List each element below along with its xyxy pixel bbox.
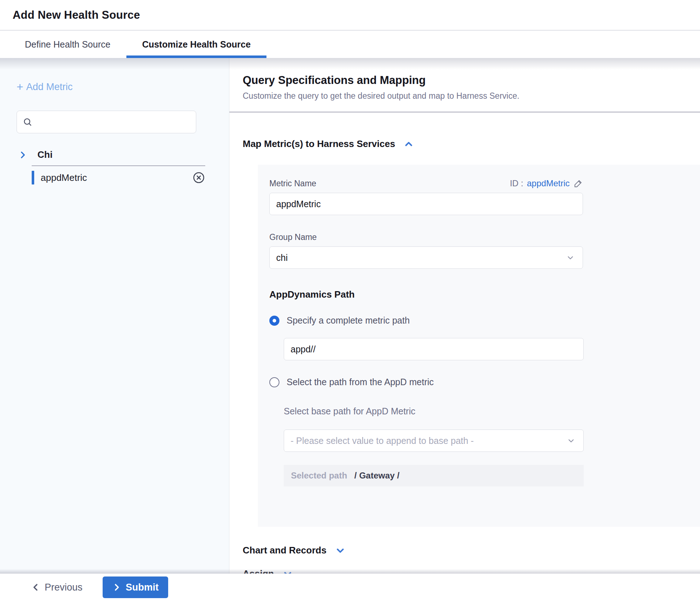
radio-selected-icon [269,316,279,326]
selected-path-label: Selected path [291,471,347,481]
dialog-body: + Add Metric Chi [0,58,700,574]
metric-id-group: ID : appdMetric [510,178,583,188]
add-health-source-dialog: Add New Health Source Define Health Sour… [0,0,700,601]
tab-customize-health-source[interactable]: Customize Health Source [126,31,266,58]
id-prefix-label: ID : [510,178,523,188]
chevron-right-icon [112,583,121,592]
sidebar-group-chi[interactable]: Chi [0,149,229,160]
group-label: Chi [37,149,53,160]
radio-select-path-from-appd[interactable]: Select the path from the AppD metric [269,377,700,387]
selected-path-display: Selected path / Gateway / [284,465,584,486]
selected-path-value: / Gateway / [354,471,399,481]
circle-x-icon [192,171,205,184]
chevron-down-icon [566,253,575,262]
group-name-label: Group Name [269,232,700,242]
group-name-value: chi [276,253,288,263]
chart-and-records-section-header[interactable]: Chart and Records [243,545,700,556]
dialog-footer: Previous Submit [0,574,700,601]
page-title: Add New Health Source [13,9,140,22]
add-metric-button[interactable]: + Add Metric [17,81,73,93]
radio-complete-path-label: Specify a complete metric path [287,315,410,326]
delete-metric-button[interactable] [192,171,205,184]
metric-name-label: Metric Name [269,179,316,188]
chevron-right-icon [18,150,27,160]
dialog-header: Add New Health Source [0,0,700,31]
map-metrics-form: Metric Name ID : appdMetric Group Nam [258,165,700,527]
edit-id-button[interactable] [573,179,583,188]
divider [229,112,700,112]
previous-button[interactable]: Previous [31,582,82,593]
metric-name-input[interactable] [269,193,583,215]
group-name-select[interactable]: chi [269,246,583,269]
plus-icon: + [17,81,23,93]
base-path-label: Select base path for AppD Metric [284,406,700,417]
chevron-down-icon [283,569,293,574]
chevron-left-icon [31,583,40,592]
chevron-up-icon [404,139,414,149]
chevron-down-icon [567,436,575,445]
radio-complete-metric-path[interactable]: Specify a complete metric path [269,315,700,326]
radio-select-path-label: Select the path from the AppD metric [287,377,434,387]
chevron-down-icon [335,546,345,556]
tab-define-health-source[interactable]: Define Health Source [9,31,126,58]
add-metric-label: Add Metric [26,81,73,93]
assign-section-header[interactable]: Assign [243,568,700,574]
metric-path-input[interactable] [284,338,584,360]
radio-unselected-icon [269,377,279,387]
assign-title: Assign [243,568,274,574]
sidebar-metric-appdmetric[interactable]: appdMetric [32,166,205,189]
map-metrics-section-header[interactable]: Map Metric(s) to Harness Services [243,138,700,150]
metric-search-input[interactable] [37,111,196,133]
metric-name-row: Metric Name ID : appdMetric [269,178,583,188]
appdynamics-path-heading: AppDynamics Path [269,289,700,300]
map-metrics-section-title: Map Metric(s) to Harness Services [243,138,395,150]
query-specifications-panel: Query Specifications and Mapping Customi… [229,58,700,574]
section-subtitle: Customize the query to get the desired o… [243,91,700,101]
section-main-title: Query Specifications and Mapping [243,74,700,87]
metrics-sidebar: + Add Metric Chi [0,58,229,574]
base-path-placeholder: - Please select value to append to base … [291,436,474,446]
pencil-icon [573,179,583,188]
submit-label: Submit [126,582,159,593]
previous-label: Previous [45,582,82,593]
chart-and-records-title: Chart and Records [243,545,327,556]
metric-label: appdMetric [41,172,87,183]
submit-button[interactable]: Submit [103,576,168,598]
metric-search-box [17,111,196,133]
tab-bar: Define Health Source Customize Health So… [0,31,700,58]
id-value-link: appdMetric [527,178,570,188]
base-path-select[interactable]: - Please select value to append to base … [284,429,584,452]
search-icon [23,117,33,127]
selected-indicator-bar [32,171,34,184]
